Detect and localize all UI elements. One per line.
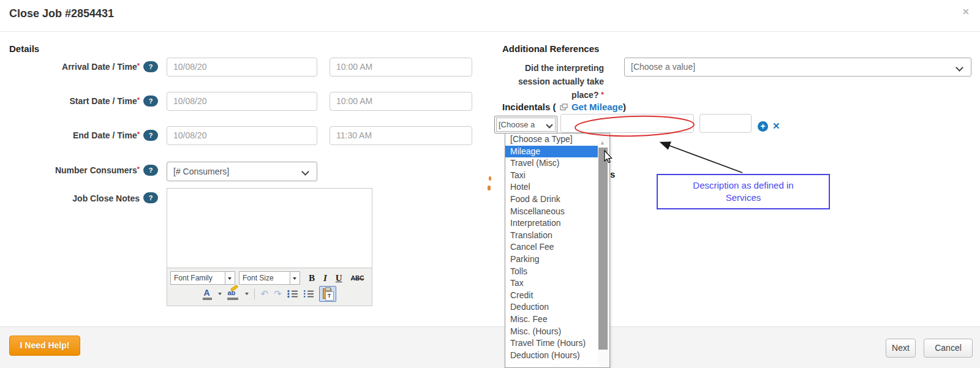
incidental-amount-input[interactable] xyxy=(699,114,752,133)
chevron-down-icon xyxy=(956,64,963,72)
text-color-dropdown-icon[interactable] xyxy=(218,293,222,295)
session-question-select[interactable]: [Choose a value] xyxy=(624,58,971,77)
incidental-type-option[interactable]: Taxi xyxy=(505,170,598,182)
details-heading: Details xyxy=(9,43,39,54)
header-divider xyxy=(0,31,980,32)
notes-editor-toolbar: Font Family Font Size B I U ABC A ab xyxy=(167,268,372,306)
paste-as-text-button[interactable]: T xyxy=(319,286,336,302)
end-date-input[interactable]: 10/08/20 xyxy=(167,126,317,145)
incidental-type-option[interactable]: Miscellaneous xyxy=(505,206,598,218)
close-job-dialog: Close Job #2854431 ✕ Details Arrival Dat… xyxy=(0,0,980,368)
arrival-label: Arrival Date / Time* xyxy=(0,62,140,72)
hidden-fragment-mark xyxy=(488,186,491,190)
required-mark: * xyxy=(137,165,140,173)
incidentals-heading: Incidentals ( Get Mileage) xyxy=(502,102,626,112)
incidental-type-select[interactable]: [Choose a xyxy=(494,116,557,133)
font-family-select[interactable]: Font Family xyxy=(170,271,235,285)
incidental-type-option[interactable]: Food & Drink xyxy=(505,193,598,206)
font-size-select[interactable]: Font Size xyxy=(239,271,300,285)
end-label: End Date / Time* xyxy=(0,130,140,140)
required-mark: * xyxy=(137,62,140,69)
number-consumers-label: Number Consumers* xyxy=(0,165,140,175)
annotation-overlay xyxy=(0,0,980,368)
incidental-type-option[interactable]: Misc. Fee xyxy=(505,314,598,326)
add-incidental-icon[interactable]: + xyxy=(758,121,768,132)
required-mark: * xyxy=(137,130,140,138)
page-title: Close Job #2854431 xyxy=(9,7,114,20)
strikethrough-button[interactable]: ABC xyxy=(349,275,367,282)
help-icon[interactable]: ? xyxy=(143,130,158,141)
session-question-label: Did the interpreting session actually ta… xyxy=(429,61,604,102)
toolbar-separator xyxy=(254,288,255,299)
dropdown-scrollbar[interactable]: ▲ xyxy=(598,133,608,367)
incidental-type-option[interactable]: Mileage xyxy=(505,146,598,158)
annotation-note: Description as defined in Services xyxy=(657,174,830,209)
hidden-fragment-mark xyxy=(489,176,491,181)
additional-references-heading: Additional References xyxy=(502,43,599,54)
text-color-button[interactable]: A xyxy=(203,288,213,300)
close-icon[interactable]: ✕ xyxy=(962,7,970,17)
next-button[interactable]: Next xyxy=(886,339,916,358)
chevron-down-icon xyxy=(546,121,552,128)
bold-button[interactable]: B xyxy=(306,273,317,284)
incidental-type-option[interactable]: [Choose a Type] xyxy=(505,133,598,146)
arrival-date-input[interactable]: 10/08/20 xyxy=(167,58,317,77)
help-icon[interactable]: ? xyxy=(143,61,158,72)
incidental-type-option[interactable]: Credit xyxy=(505,290,598,302)
incidental-type-dropdown: [Choose a Type]MileageTravel (Misc)TaxiH… xyxy=(505,133,610,368)
number-consumers-select[interactable]: [# Consumers] xyxy=(167,162,317,181)
need-help-button[interactable]: I Need Help! xyxy=(9,336,80,356)
help-icon[interactable]: ? xyxy=(143,192,158,203)
incidental-type-option[interactable]: Deduction xyxy=(505,301,598,314)
external-window-icon xyxy=(560,103,568,111)
bullet-list-icon[interactable] xyxy=(287,290,298,298)
incidental-type-option[interactable]: Interpretation xyxy=(505,217,598,230)
incidental-type-option[interactable]: Cancel Fee xyxy=(505,241,598,253)
notes-editor-textarea[interactable] xyxy=(167,188,372,268)
incidental-type-dropdown-list: [Choose a Type]MileageTravel (Misc)TaxiH… xyxy=(505,133,598,361)
incidental-type-option[interactable]: Tolls xyxy=(505,266,598,278)
incidental-type-option[interactable]: Travel (Misc) xyxy=(505,157,598,170)
incidental-type-option[interactable]: Travel Time (Hours) xyxy=(505,337,598,350)
numbered-list-icon[interactable] xyxy=(303,290,314,298)
highlight-color-button[interactable]: ab xyxy=(227,288,239,300)
incidental-description-input[interactable] xyxy=(560,114,694,133)
start-date-input[interactable]: 10/08/20 xyxy=(167,92,317,111)
scrollbar-thumb[interactable] xyxy=(598,148,608,350)
incidental-type-option[interactable]: Hotel xyxy=(505,181,598,193)
chevron-down-icon[interactable] xyxy=(225,271,235,285)
underline-button[interactable]: U xyxy=(333,273,345,284)
hidden-label-fragment: s xyxy=(610,169,615,179)
undo-icon[interactable]: ↶ xyxy=(260,288,268,299)
italic-button[interactable]: I xyxy=(321,273,330,284)
chevron-down-icon[interactable] xyxy=(290,271,300,285)
required-mark: * xyxy=(137,96,140,103)
footer-bar xyxy=(0,326,980,368)
incidental-type-option[interactable]: Tax xyxy=(505,277,598,290)
highlight-color-dropdown-icon[interactable] xyxy=(245,293,249,295)
incidental-type-option[interactable]: Deduction (Hours) xyxy=(505,350,598,362)
incidental-type-option[interactable]: Misc. (Hours) xyxy=(505,326,598,338)
chevron-down-icon xyxy=(301,168,309,176)
required-mark: * xyxy=(601,91,604,99)
job-close-notes-label: Job Close Notes xyxy=(0,193,140,203)
cancel-button[interactable]: Cancel xyxy=(924,339,973,358)
incidental-type-option[interactable]: Translation xyxy=(505,230,598,242)
help-icon[interactable]: ? xyxy=(143,165,158,176)
get-mileage-link[interactable]: Get Mileage xyxy=(571,102,623,112)
redo-icon[interactable]: ↷ xyxy=(274,288,282,299)
start-label: Start Date / Time* xyxy=(0,96,140,106)
remove-incidental-icon[interactable]: ✕ xyxy=(772,121,780,132)
annotation-arrow xyxy=(662,143,742,173)
incidental-type-option[interactable]: Parking xyxy=(505,253,598,266)
scroll-up-icon[interactable]: ▲ xyxy=(600,140,605,146)
end-time-input[interactable]: 11:30 AM xyxy=(330,126,472,145)
help-icon[interactable]: ? xyxy=(143,96,158,107)
